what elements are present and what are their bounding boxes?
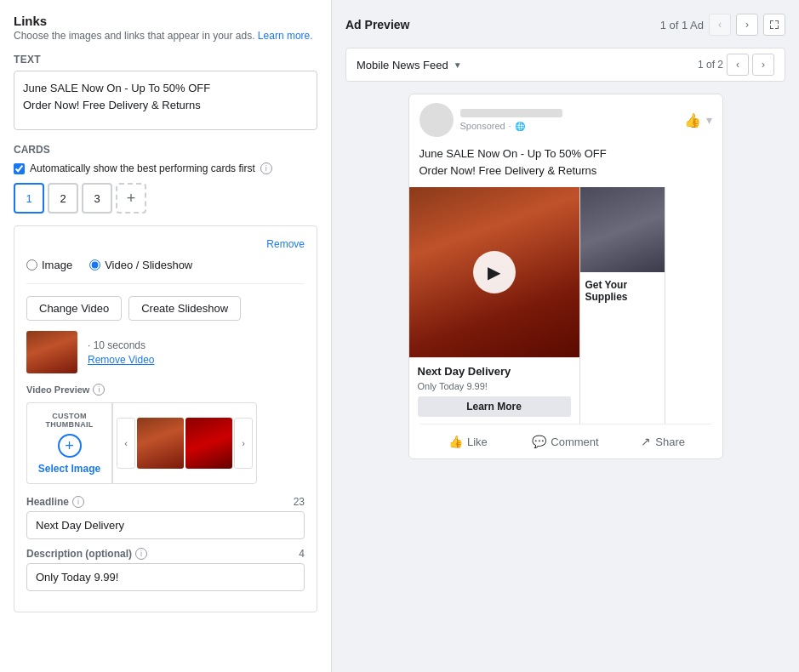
panel-title: Links [14,14,317,28]
radio-video[interactable]: Video / Slideshow [89,259,192,271]
headline-info-icon[interactable]: i [72,496,84,508]
card-tab-3[interactable]: 3 [82,183,112,214]
placement-nav: 1 of 2 ‹ › [698,54,774,76]
description-field-header: Description (optional) i 4 [26,548,305,560]
expand-icon [769,20,779,30]
comment-engage-icon: 💬 [532,435,546,448]
carousel-partial-info: Get Your Supplies [580,272,665,310]
carousel-strip: ▶ Next Day Delivery Only Today 9.99! Lea… [409,187,722,424]
ad-next-button[interactable]: › [736,14,758,36]
ad-preview-header: Ad Preview 1 of 1 Ad ‹ › [345,14,785,36]
carousel-info-1: Next Day Delivery Only Today 9.99! Learn… [409,357,579,424]
engagement-bar: 👍 Like 💬 Comment ↗ Share [419,424,712,458]
expand-button[interactable] [763,14,785,36]
globe-icon: 🌐 [515,122,525,131]
left-panel: Links Choose the images and links that a… [0,0,332,672]
video-meta: · 10 seconds Remove Video [88,339,155,366]
learn-more-button[interactable]: Learn More [418,396,571,417]
header-nav: 1 of 1 Ad ‹ › [660,14,785,36]
learn-more-link[interactable]: Learn more. [258,30,313,42]
placement-bar: Mobile News Feed ▼ 1 of 2 ‹ › [345,48,785,82]
change-video-button[interactable]: Change Video [26,296,122,321]
sponsored-text: Sponsored [460,121,505,131]
video-thumbnail [26,331,77,373]
description-info-icon[interactable]: i [135,548,147,560]
placement-select[interactable]: Mobile News Feed ▼ [357,59,462,71]
play-button[interactable]: ▶ [473,251,516,293]
description-count: 4 [299,548,305,560]
cards-section: Cards Automatically show the best perfor… [14,144,317,214]
remove-link[interactable]: Remove [266,238,305,250]
card-tab-add[interactable]: + [116,183,146,214]
like-button[interactable]: 👍 Like [419,431,517,452]
page-indicator: 1 of 2 [698,59,723,71]
carousel-image-1: ▶ [409,187,579,357]
thumb-next-button[interactable]: › [234,418,253,469]
ad-text: June SALE Now On - Up To 50% OFFOrder No… [409,145,722,187]
share-label: Share [655,436,685,448]
placement-dropdown-arrow: ▼ [454,60,462,70]
description-label: Description (optional) [26,548,132,560]
ad-card-meta: Sponsored · 🌐 [460,109,677,131]
like-icon: 👍 [684,112,701,128]
ad-card: Sponsored · 🌐 👍 ▾ June SALE Now On - Up … [408,94,723,459]
advertiser-name-placeholder [460,109,562,117]
card-tab-2[interactable]: 2 [48,183,78,214]
thumb-item-1[interactable] [137,418,184,469]
auto-info-icon[interactable]: i [260,162,272,174]
carousel-card-2: Get Your Supplies [580,187,665,424]
like-label: Like [467,436,488,448]
carousel-partial-headline: Get Your Supplies [585,279,659,303]
thumb-prev-button[interactable]: ‹ [117,418,135,469]
video-preview-info-icon[interactable]: i [93,384,105,396]
carousel-image-2 [580,187,665,272]
ad-count: 1 of 1 Ad [660,19,704,31]
auto-checkbox[interactable] [14,163,25,174]
more-button[interactable]: ▾ [706,113,712,127]
card-tabs: 1 2 3 + [14,183,317,214]
comment-button[interactable]: 💬 Comment [516,431,614,452]
placement-next-button[interactable]: › [752,54,774,76]
select-image-button[interactable]: + Select Image [38,434,100,475]
headline-count: 23 [294,496,305,508]
auto-checkbox-row: Automatically show the best performing c… [14,162,317,174]
text-section-label: Text [14,54,317,65]
ad-prev-button[interactable]: ‹ [709,14,731,36]
placement-label: Mobile News Feed [357,59,448,71]
card-tab-1[interactable]: 1 [14,183,44,214]
comment-label: Comment [551,436,598,448]
create-slideshow-button[interactable]: Create Slideshow [128,296,241,321]
custom-thumb-label: CUSTOM THUMBNAIL [32,412,106,429]
thumb-item-2[interactable] [185,418,232,469]
video-preview-label: Video Preview [26,384,89,395]
thumbnail-row: CUSTOM THUMBNAIL + Select Image ‹ › [26,402,305,484]
share-button[interactable]: ↗ Share [614,431,712,452]
radio-image[interactable]: Image [26,259,72,271]
headline-input[interactable] [26,511,305,539]
remove-video-link[interactable]: Remove Video [88,354,155,366]
ad-text-display: June SALE Now On - Up To 50% OFFOrder No… [14,71,317,130]
cards-label: Cards [14,144,317,156]
carousel-description-1: Only Today 9.99! [418,381,571,391]
auto-checkbox-label: Automatically show the best performing c… [30,162,255,174]
media-button-row: Change Video Create Slideshow [26,296,305,321]
custom-thumb-col: CUSTOM THUMBNAIL + Select Image [26,402,111,484]
placement-prev-button[interactable]: ‹ [727,54,749,76]
video-thumbs-col: ‹ › [112,402,257,484]
card-box-header: Remove [26,238,305,250]
carousel-headline-1: Next Day Delivery [418,365,571,378]
headline-field-header: Headline i 23 [26,496,305,508]
headline-label: Headline [26,496,69,508]
select-image-text: Select Image [38,463,100,475]
video-preview-label-row: Video Preview i [26,384,305,396]
plus-circle-icon: + [58,434,82,458]
ad-preview-title: Ad Preview [345,18,409,31]
like-engage-icon: 👍 [448,435,463,448]
verified-icon: · [509,122,511,131]
card-actions: 👍 ▾ [684,112,712,128]
avatar [419,103,454,137]
description-input[interactable] [26,563,305,591]
video-duration: · 10 seconds [88,339,155,351]
share-engage-icon: ↗ [641,435,651,448]
carousel-card-1: ▶ Next Day Delivery Only Today 9.99! Lea… [409,187,580,424]
